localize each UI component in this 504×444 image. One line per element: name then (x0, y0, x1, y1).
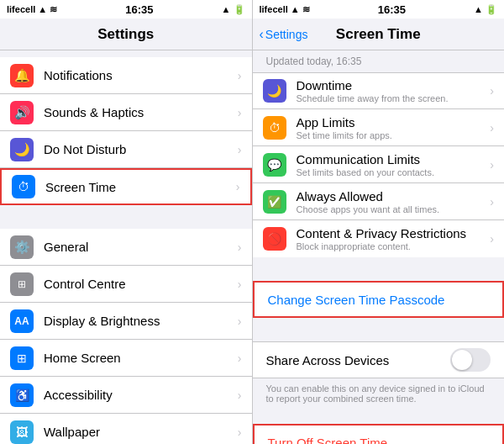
settings-row-sounds[interactable]: 🔊 Sounds & Haptics › (0, 94, 252, 131)
back-chevron-icon: ‹ (260, 27, 264, 42)
accessibility-icon: ♿ (10, 383, 34, 407)
settings-group-2: ⚙️ General › ⊞ Control Centre › (0, 205, 252, 444)
st-row-communication[interactable]: 💬 Communication Limits Set limits based … (253, 146, 505, 183)
st-row-contentprivacy[interactable]: 🚫 Content & Privacy Restrictions Block i… (253, 220, 505, 257)
left-status-left: lifecell ▲ ≋ (7, 4, 57, 15)
homescreen-label: Home Screen (44, 351, 234, 365)
screentime-items-group: 🌙 Downtime Schedule time away from the s… (253, 72, 505, 257)
downtime-chevron: › (490, 84, 494, 98)
right-status-bar: lifecell ▲ ≋ 16:35 ▲ 🔋 (253, 0, 505, 18)
left-scroll[interactable]: 🔔 Notifications › 🔊 Sounds & Haptics › (0, 50, 252, 444)
notifications-text: Notifications (44, 68, 234, 82)
wallpaper-chevron: › (238, 426, 242, 439)
right-location-icon: ▲ (474, 4, 483, 14)
settings-row-dnd[interactable]: 🌙 Do Not Disturb › (0, 131, 252, 168)
controlcentre-icon: ⊞ (10, 272, 34, 296)
wallpaper-icon: 🖼 (10, 420, 34, 444)
notifications-label: Notifications (44, 68, 234, 82)
separator-1 (253, 257, 505, 281)
screentime-text: Screen Time (45, 180, 233, 194)
downtime-label: Downtime (297, 78, 487, 92)
applimits-icon: ⏱ (263, 116, 286, 140)
left-panel: lifecell ▲ ≋ 16:35 ▲ 🔋 Settings 🔔 Notifi… (0, 0, 252, 444)
left-time: 16:35 (125, 3, 153, 16)
right-signal-icon: ▲ (291, 4, 300, 14)
homescreen-text: Home Screen (44, 351, 234, 365)
st-row-alwaysallowed[interactable]: ✅ Always Allowed Choose apps you want at… (253, 183, 505, 220)
general-label: General (44, 240, 234, 254)
sounds-label: Sounds & Haptics (44, 105, 234, 119)
settings-row-accessibility[interactable]: ♿ Accessibility › (0, 377, 252, 414)
communication-text-block: Communication Limits Set limits based on… (297, 152, 487, 177)
settings-row-controlcentre[interactable]: ⊞ Control Centre › (0, 266, 252, 303)
turnoff-row[interactable]: Turn Off Screen Time (253, 424, 505, 444)
share-toggle-switch[interactable] (450, 348, 491, 372)
wallpaper-text: Wallpaper (44, 425, 234, 439)
screentime-icon: ⏱ (12, 175, 35, 198)
screentime-label: Screen Time (45, 180, 233, 194)
settings-row-homescreen[interactable]: ⊞ Home Screen › (0, 340, 252, 377)
left-battery-icon: 🔋 (234, 4, 245, 15)
right-panel: lifecell ▲ ≋ 16:35 ▲ 🔋 ‹ Settings Screen… (253, 0, 505, 444)
header-note-text: Updated today, 16:35 (266, 56, 362, 67)
turnoff-label: Turn Off Screen Time (268, 436, 388, 445)
left-nav-bar: Settings (0, 18, 252, 50)
sounds-text: Sounds & Haptics (44, 105, 234, 119)
settings-row-display[interactable]: AA Display & Brightness › (0, 303, 252, 340)
separator-3 (253, 412, 505, 419)
right-scroll[interactable]: Updated today, 16:35 🌙 Downtime Schedule… (253, 50, 505, 444)
sounds-chevron: › (238, 106, 242, 119)
left-signal-icon: ▲ (38, 4, 47, 14)
change-passcode-label: Change Screen Time Passcode (268, 293, 445, 307)
settings-group-1: 🔔 Notifications › 🔊 Sounds & Haptics › (0, 50, 252, 205)
right-status-right: ▲ 🔋 (474, 4, 497, 15)
back-label: Settings (265, 28, 308, 41)
contentprivacy-icon: 🚫 (263, 227, 286, 251)
alwaysallowed-icon: ✅ (263, 190, 286, 214)
communication-chevron: › (490, 158, 494, 172)
notifications-chevron: › (238, 69, 242, 82)
display-chevron: › (238, 314, 242, 328)
st-row-downtime[interactable]: 🌙 Downtime Schedule time away from the s… (253, 72, 505, 109)
contentprivacy-label: Content & Privacy Restrictions (297, 226, 487, 240)
right-wifi-icon: ≋ (302, 4, 310, 15)
contentprivacy-text-block: Content & Privacy Restrictions Block ina… (297, 226, 487, 251)
settings-row-notifications[interactable]: 🔔 Notifications › (0, 57, 252, 94)
back-button[interactable]: ‹ Settings (260, 27, 308, 42)
left-location-icon: ▲ (222, 4, 231, 14)
accessibility-label: Accessibility (44, 388, 234, 402)
st-row-applimits[interactable]: ⏱ App Limits Set time limits for apps. › (253, 109, 505, 146)
dnd-chevron: › (238, 143, 242, 156)
right-time: 16:35 (378, 3, 406, 16)
settings-row-general[interactable]: ⚙️ General › (0, 229, 252, 266)
right-carrier: lifecell (260, 4, 288, 14)
controlcentre-label: Control Centre (44, 277, 234, 291)
screentime-chevron: › (236, 180, 240, 193)
accessibility-text: Accessibility (44, 388, 234, 402)
applimits-label: App Limits (297, 115, 487, 130)
communication-icon: 💬 (263, 153, 286, 177)
settings-row-screentime[interactable]: ⏱ Screen Time › (0, 168, 252, 205)
alwaysallowed-chevron: › (490, 195, 494, 209)
right-status-left: lifecell ▲ ≋ (260, 4, 310, 15)
alwaysallowed-sublabel: Choose apps you want at all times. (297, 204, 487, 214)
contentprivacy-sublabel: Block inappropriate content. (297, 241, 487, 251)
separator-2 (253, 318, 505, 341)
left-nav-title: Settings (97, 26, 154, 43)
right-battery-icon: 🔋 (486, 4, 497, 15)
alwaysallowed-label: Always Allowed (297, 189, 487, 204)
controlcentre-text: Control Centre (44, 277, 234, 291)
wallpaper-label: Wallpaper (44, 425, 234, 439)
dnd-label: Do Not Disturb (44, 142, 234, 156)
left-carrier: lifecell (7, 4, 35, 14)
left-status-right: ▲ 🔋 (222, 4, 245, 15)
general-text: General (44, 240, 234, 254)
left-wifi-icon: ≋ (50, 4, 57, 15)
settings-row-wallpaper[interactable]: 🖼 Wallpaper › (0, 414, 252, 444)
share-toggle-row[interactable]: Share Across Devices (253, 341, 505, 378)
left-status-bar: lifecell ▲ ≋ 16:35 ▲ 🔋 (0, 0, 252, 18)
change-passcode-row[interactable]: Change Screen Time Passcode (253, 281, 505, 318)
applimits-text-block: App Limits Set time limits for apps. (297, 115, 487, 140)
homescreen-icon: ⊞ (10, 346, 34, 370)
screentime-header-note: Updated today, 16:35 (253, 50, 505, 72)
